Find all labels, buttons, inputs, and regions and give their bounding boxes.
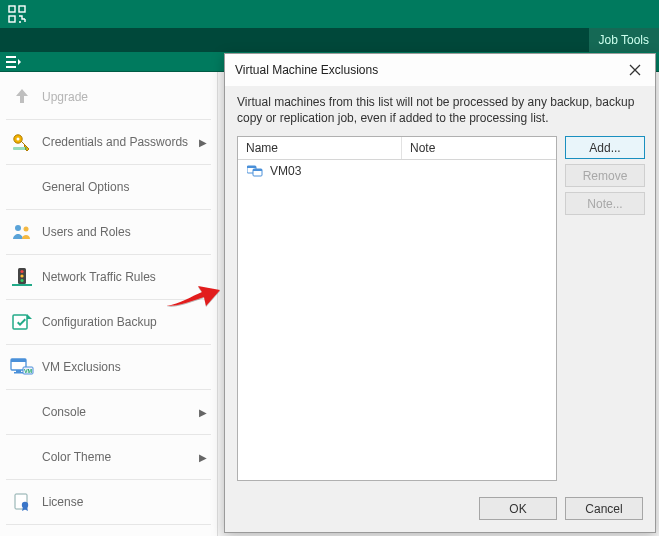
menu-label: Network Traffic Rules xyxy=(42,270,156,284)
menu-network-rules[interactable]: Network Traffic Rules xyxy=(0,258,217,296)
license-icon xyxy=(8,491,36,513)
svg-rect-20 xyxy=(14,372,23,374)
svg-rect-5 xyxy=(6,66,16,68)
list-item-name: VM03 xyxy=(270,164,301,178)
svg-rect-4 xyxy=(6,61,16,63)
chevron-right-icon: ▶ xyxy=(199,452,211,463)
menu-color-theme[interactable]: Color Theme ▶ xyxy=(0,438,217,476)
menu-console[interactable]: Console ▶ xyxy=(0,393,217,431)
sidebar-menu: Upgrade Credentials and Passwords ▶ Gene… xyxy=(0,72,218,536)
dialog-description: Virtual machines from this list will not… xyxy=(225,86,655,136)
traffic-light-icon xyxy=(8,266,36,288)
svg-rect-0 xyxy=(9,6,15,12)
vm-icon xyxy=(246,163,264,179)
menu-configuration-backup[interactable]: Configuration Backup xyxy=(0,303,217,341)
theme-icon xyxy=(8,446,36,468)
menu-label: Upgrade xyxy=(42,90,88,104)
dialog-footer: OK Cancel xyxy=(225,487,655,532)
tab-job-tools[interactable]: Job Tools xyxy=(589,28,659,52)
svg-point-12 xyxy=(20,270,23,273)
exclusions-list[interactable]: Name Note VM03 xyxy=(237,136,557,481)
svg-point-9 xyxy=(15,225,21,231)
ok-button[interactable]: OK xyxy=(479,497,557,520)
svg-rect-19 xyxy=(16,370,21,372)
ribbon-tabs: Job Tools xyxy=(0,28,659,52)
console-icon xyxy=(8,401,36,423)
column-note[interactable]: Note xyxy=(402,137,556,159)
svg-text:VM: VM xyxy=(24,368,33,374)
dialog-side-buttons: Add... Remove Note... xyxy=(565,136,645,481)
menu-label: VM Exclusions xyxy=(42,360,121,374)
menu-label: Users and Roles xyxy=(42,225,131,239)
app-title-bar xyxy=(0,0,659,28)
svg-point-14 xyxy=(20,279,23,282)
config-backup-icon xyxy=(8,311,36,333)
menu-label: License xyxy=(42,495,83,509)
dialog-title: Virtual Machine Exclusions xyxy=(235,63,378,77)
vm-exclusions-dialog: Virtual Machine Exclusions Virtual machi… xyxy=(224,53,656,533)
svg-rect-26 xyxy=(247,166,256,168)
list-header: Name Note xyxy=(238,137,556,160)
menu-credentials[interactable]: Credentials and Passwords ▶ xyxy=(0,123,217,161)
list-item[interactable]: VM03 xyxy=(238,160,556,182)
chevron-right-icon: ▶ xyxy=(199,137,211,148)
options-icon xyxy=(8,176,36,198)
menu-label: Configuration Backup xyxy=(42,315,157,329)
svg-rect-16 xyxy=(13,315,27,329)
vm-exclusions-icon: VM xyxy=(8,356,36,378)
upgrade-icon xyxy=(8,86,36,108)
chevron-right-icon: ▶ xyxy=(199,407,211,418)
add-button[interactable]: Add... xyxy=(565,136,645,159)
dialog-titlebar: Virtual Machine Exclusions xyxy=(225,54,655,86)
key-icon xyxy=(8,131,36,153)
svg-rect-8 xyxy=(13,147,27,150)
remove-button: Remove xyxy=(565,164,645,187)
svg-rect-28 xyxy=(253,169,262,171)
svg-rect-3 xyxy=(6,56,16,58)
menu-label: Credentials and Passwords xyxy=(42,135,188,149)
column-name[interactable]: Name xyxy=(238,137,402,159)
app-logo-icon xyxy=(4,1,30,27)
menu-label: General Options xyxy=(42,180,129,194)
menu-users-roles[interactable]: Users and Roles xyxy=(0,213,217,251)
cancel-button[interactable]: Cancel xyxy=(565,497,643,520)
menu-license[interactable]: License xyxy=(0,483,217,521)
users-icon xyxy=(8,221,36,243)
svg-rect-2 xyxy=(9,16,15,22)
menu-help[interactable]: Help ▶ xyxy=(0,528,217,536)
menu-upgrade: Upgrade xyxy=(0,78,217,116)
svg-point-13 xyxy=(20,274,23,277)
svg-rect-1 xyxy=(19,6,25,12)
note-button: Note... xyxy=(565,192,645,215)
menu-label: Console xyxy=(42,405,86,419)
menu-vm-exclusions[interactable]: VM VM Exclusions xyxy=(0,348,217,386)
menu-general-options[interactable]: General Options xyxy=(0,168,217,206)
svg-point-7 xyxy=(17,138,20,141)
svg-rect-18 xyxy=(11,359,26,362)
svg-rect-15 xyxy=(12,284,32,286)
svg-point-10 xyxy=(24,227,29,232)
menu-toggle-button[interactable] xyxy=(0,52,28,71)
menu-label: Color Theme xyxy=(42,450,111,464)
dialog-close-button[interactable] xyxy=(619,60,651,80)
